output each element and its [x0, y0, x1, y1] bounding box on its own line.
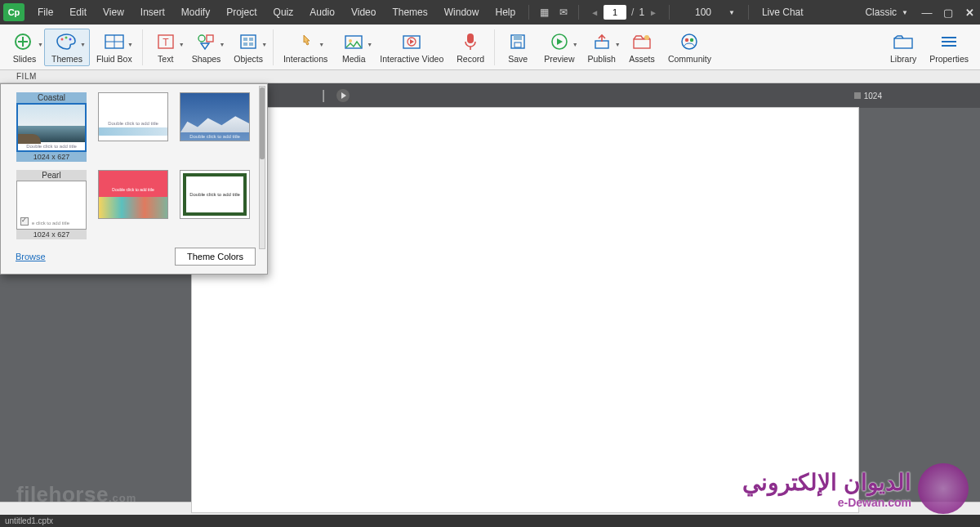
- page-current[interactable]: 1: [604, 5, 626, 20]
- theme-caption: e click to add title: [32, 221, 69, 226]
- tool-label: Community: [668, 54, 711, 64]
- group-separator: [142, 29, 143, 65]
- theme-caption: Double click to add title: [101, 121, 165, 126]
- theme-item[interactable]: Double click to add title: [97, 170, 169, 239]
- menu-separator: [748, 5, 749, 20]
- svg-marker-13: [201, 43, 209, 49]
- play-icon[interactable]: [336, 89, 350, 102]
- tool-publish[interactable]: ▼ Publish: [581, 29, 621, 65]
- workspace: 1 | 1024 Coastal Double click to add tit…: [0, 83, 980, 502]
- page-nav: ◄ 1 / 1 ►: [590, 5, 657, 20]
- tool-assets[interactable]: Assets: [622, 29, 662, 65]
- svg-rect-31: [595, 41, 608, 48]
- theme-name: Coastal: [16, 92, 87, 103]
- tool-community[interactable]: Community: [662, 29, 718, 65]
- theme-colors-button[interactable]: Theme Colors: [175, 248, 256, 266]
- close-button[interactable]: ✕: [959, 7, 980, 19]
- menu-quiz[interactable]: Quiz: [265, 7, 302, 18]
- tool-label: Interactions: [283, 54, 327, 64]
- menu-bar: Cp File Edit View Insert Modify Project …: [0, 0, 980, 25]
- minimize-button[interactable]: —: [916, 7, 938, 19]
- tool-preview[interactable]: ▼ Preview: [537, 29, 581, 65]
- stage-width-label: 1024: [864, 92, 882, 100]
- tool-label: Save: [508, 54, 528, 64]
- theme-item[interactable]: Double click to add title: [179, 92, 251, 162]
- svg-marker-23: [410, 39, 414, 44]
- tool-media[interactable]: ▼ Media: [334, 29, 373, 65]
- tool-text[interactable]: T▼ Text: [146, 29, 185, 65]
- tool-label: Properties: [929, 54, 969, 64]
- menu-file[interactable]: File: [29, 7, 61, 18]
- tool-themes[interactable]: ▼ Themes: [44, 29, 90, 66]
- theme-item[interactable]: Double click to add title: [97, 92, 169, 162]
- menu-edit[interactable]: Edit: [61, 7, 95, 18]
- workspace-switcher[interactable]: Classic ▼: [857, 7, 916, 18]
- chevron-down-icon[interactable]: ▼: [728, 9, 735, 16]
- tool-label: Themes: [51, 54, 82, 64]
- tool-interactive-video[interactable]: Interactive Video: [373, 29, 450, 65]
- page-total: 1: [639, 7, 644, 18]
- tool-fluidbox[interactable]: ▼ Fluid Box: [90, 29, 139, 65]
- menu-help[interactable]: Help: [487, 7, 523, 18]
- menu-audio[interactable]: Audio: [301, 7, 343, 18]
- page-prev-icon[interactable]: ◄: [590, 8, 599, 17]
- maximize-button[interactable]: ▢: [938, 7, 959, 19]
- tool-label: Fluid Box: [96, 54, 132, 64]
- slide-canvas[interactable]: [192, 108, 858, 512]
- zoom-control[interactable]: 100 ▼: [683, 7, 735, 18]
- tool-objects[interactable]: ▼ Objects: [227, 29, 270, 65]
- ribbon-toolbar: ▼ Slides ▼ Themes ▼ Fluid Box T▼ Text ▼ …: [0, 25, 980, 70]
- svg-rect-17: [243, 42, 247, 46]
- tool-interactions[interactable]: ▼ Interactions: [277, 29, 334, 65]
- menu-project[interactable]: Project: [218, 7, 265, 18]
- tool-label: Record: [457, 54, 484, 64]
- menu-insert[interactable]: Insert: [132, 7, 173, 18]
- tool-label: Assets: [629, 54, 655, 64]
- ruler-divider: |: [322, 88, 325, 103]
- svg-point-34: [682, 34, 697, 49]
- group-separator: [494, 29, 495, 65]
- tool-slides[interactable]: ▼ Slides: [5, 29, 44, 65]
- menu-video[interactable]: Video: [343, 7, 384, 18]
- theme-item[interactable]: Double click to add title: [179, 170, 251, 239]
- tool-shapes[interactable]: ▼ Shapes: [185, 29, 228, 65]
- popup-scrollbar[interactable]: [259, 86, 265, 249]
- svg-rect-14: [241, 35, 256, 48]
- tool-library[interactable]: Library: [884, 29, 923, 65]
- svg-point-20: [349, 39, 352, 42]
- tool-record[interactable]: Record: [450, 29, 491, 65]
- browse-link[interactable]: Browse: [16, 252, 46, 261]
- filmstrip-title: FILM: [16, 72, 37, 81]
- svg-rect-24: [467, 33, 474, 43]
- tool-save[interactable]: Save: [498, 29, 537, 65]
- page-next-icon[interactable]: ►: [649, 8, 657, 17]
- layout-icon[interactable]: ▦: [534, 7, 554, 18]
- theme-item-pearl[interactable]: Pearl e click to add title 1024 x 627: [16, 170, 87, 239]
- mail-icon[interactable]: ✉: [554, 7, 573, 18]
- svg-rect-37: [894, 38, 912, 48]
- menu-view[interactable]: View: [95, 7, 132, 18]
- svg-rect-12: [207, 35, 213, 42]
- theme-item-coastal[interactable]: Coastal Double click to add title 1024 x…: [16, 92, 87, 162]
- tool-label: Objects: [234, 54, 263, 64]
- svg-point-35: [685, 38, 688, 41]
- live-chat-button[interactable]: Live Chat: [754, 7, 812, 18]
- svg-text:T: T: [163, 37, 169, 48]
- menu-themes[interactable]: Themes: [384, 7, 435, 18]
- menu-window[interactable]: Window: [436, 7, 488, 18]
- tool-properties[interactable]: Properties: [923, 29, 975, 65]
- svg-point-5: [69, 38, 71, 40]
- scrollbar-thumb[interactable]: [260, 87, 265, 159]
- chevron-down-icon: ▼: [902, 9, 908, 16]
- svg-point-4: [65, 36, 67, 38]
- theme-caption: Double click to add title: [20, 144, 82, 149]
- tool-label: Shapes: [192, 54, 221, 64]
- menu-modify[interactable]: Modify: [173, 7, 218, 18]
- status-filename: untitled1.cptx: [5, 516, 53, 525]
- tool-label: Text: [158, 54, 173, 64]
- svg-point-36: [690, 38, 693, 41]
- svg-rect-18: [249, 42, 253, 46]
- zoom-value[interactable]: 100: [683, 7, 724, 18]
- svg-rect-27: [514, 35, 522, 40]
- workspace-mode-label: Classic: [865, 7, 897, 18]
